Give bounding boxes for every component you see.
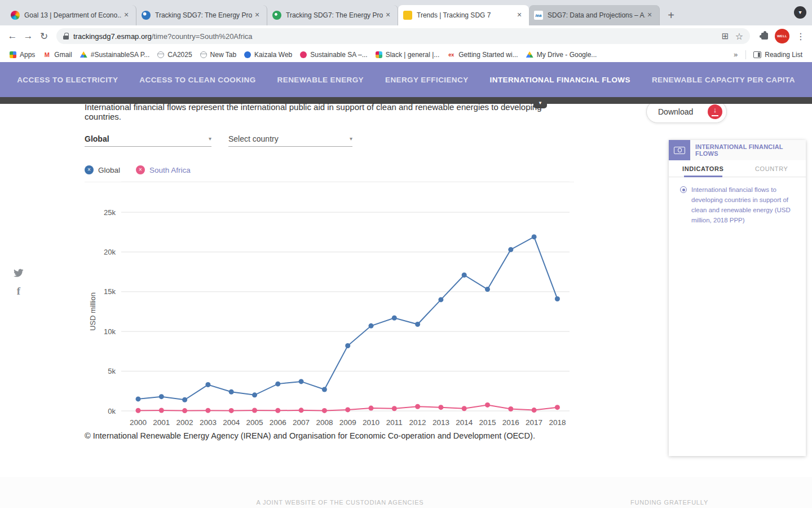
indicator-option[interactable]: International financial flows to develop…: [669, 177, 806, 225]
indicator-panel: INTERNATIONAL FINANCIAL FLOWS INDICATORS…: [669, 140, 806, 456]
bookmarks-overflow-icon[interactable]: »: [729, 50, 742, 59]
reading-list-label: Reading List: [765, 51, 802, 59]
browser-tab[interactable]: Tracking SDG7: The Energy Pro...×: [267, 5, 398, 25]
indicator-option-label: International financial flows to develop…: [691, 185, 799, 225]
region-dropdown[interactable]: Global ▾: [85, 131, 211, 147]
chip-remove-icon[interactable]: ×: [136, 165, 145, 174]
tab-close-icon[interactable]: ×: [253, 11, 262, 20]
browser-menu-icon[interactable]: ⋮: [796, 31, 805, 42]
bookmark-item[interactable]: Apps: [6, 50, 39, 60]
tab-close-icon[interactable]: ×: [383, 11, 392, 20]
ex-icon: ex: [447, 51, 455, 59]
facebook-icon[interactable]: f: [17, 285, 20, 297]
svg-text:2010: 2010: [363, 418, 379, 427]
bookmark-item[interactable]: CA2025: [153, 50, 196, 60]
svg-text:2007: 2007: [293, 418, 310, 427]
bookmark-item[interactable]: Kaizala Web: [240, 50, 296, 60]
chip-remove-icon[interactable]: ×: [85, 165, 94, 174]
bookmark-star-icon[interactable]: ☆: [735, 31, 743, 42]
indicator-panel-tabs: INDICATORS COUNTRY: [669, 160, 806, 177]
bookmarks-bar: AppsMGmail#SustainableSA P...CA2025New T…: [0, 47, 812, 62]
extensions-puzzle-icon[interactable]: [761, 33, 768, 40]
nav-item-access-to-clean-cooking[interactable]: ACCESS TO CLEAN COOKING: [139, 76, 255, 84]
kaizala-icon: [244, 51, 251, 58]
footer-custodian-text: A JOINT WEBSITE OF THE CUSTODIAN AGENCIE…: [257, 499, 424, 506]
bookmark-item[interactable]: exGetting Started wi...: [443, 50, 522, 60]
bookmark-item[interactable]: #SustainableSA P...: [76, 50, 154, 60]
tab-list: Goal 13 | Department of Econo...×Trackin…: [6, 5, 660, 25]
drive-icon: [526, 51, 533, 58]
iea-favicon: iea: [534, 11, 543, 20]
browser-tab[interactable]: Trends | Tracking SDG 7×: [398, 5, 529, 25]
svg-text:2009: 2009: [339, 418, 356, 427]
country-dropdown[interactable]: Select country ▾: [228, 131, 352, 147]
bookmark-item[interactable]: MGmail: [39, 50, 76, 60]
social-share-bar: f: [14, 269, 24, 297]
scroll-down-arrow-icon[interactable]: ▾: [533, 98, 547, 108]
series-chip: ×Global: [85, 165, 120, 174]
tab-close-icon[interactable]: ×: [122, 11, 131, 20]
nav-item-renewable-energy[interactable]: RENEWABLE ENERGY: [277, 76, 364, 84]
nav-item-renewable-capacity-per-capita[interactable]: RENEWABLE CAPACITY PER CAPITA: [652, 76, 795, 84]
series-chips: ×Global×South Africa: [85, 165, 191, 174]
apps-icon: [10, 51, 16, 58]
bookmark-items: AppsMGmail#SustainableSA P...CA2025New T…: [6, 50, 601, 60]
drive-icon: [80, 51, 87, 58]
new-tab-button[interactable]: +: [663, 7, 679, 23]
page-action-grid-icon[interactable]: ⊞: [722, 32, 730, 40]
tab-country[interactable]: COUNTRY: [738, 160, 806, 177]
svg-text:2016: 2016: [502, 418, 519, 427]
chip-label: Global: [98, 166, 120, 174]
download-icon: [708, 104, 722, 119]
bookmark-item[interactable]: Slack | general |...: [372, 50, 444, 60]
address-bar[interactable]: trackingsdg7.esmap.org/time?country=Sout…: [56, 28, 750, 44]
tab-close-icon[interactable]: ×: [645, 11, 654, 20]
svg-text:2004: 2004: [223, 418, 240, 427]
tab-indicators[interactable]: INDICATORS: [669, 160, 738, 177]
forward-icon[interactable]: →: [20, 28, 36, 44]
bookmark-label: CA2025: [167, 51, 192, 59]
site-main-nav: ACCESS TO ELECTRICITYACCESS TO CLEAN COO…: [0, 62, 812, 97]
indicator-panel-header: INTERNATIONAL FINANCIAL FLOWS: [669, 140, 806, 160]
download-button[interactable]: Download: [646, 100, 727, 123]
svg-text:2011: 2011: [386, 418, 403, 427]
bookmark-label: New Tab: [210, 51, 236, 59]
browser-tab[interactable]: ieaSDG7: Data and Projections – A...×: [529, 5, 660, 25]
profile-avatar[interactable]: WELL: [775, 29, 789, 43]
browser-tab[interactable]: Tracking SDG7: The Energy Pro...×: [136, 5, 267, 25]
svg-text:25k: 25k: [104, 208, 116, 217]
section-description: International financial flows represent …: [85, 102, 558, 121]
twitter-icon[interactable]: [14, 269, 24, 278]
bookmark-item[interactable]: New Tab: [196, 50, 240, 60]
tab-close-icon[interactable]: ×: [515, 11, 524, 20]
slack-icon: [376, 51, 382, 58]
region-dropdown-value: Global: [85, 134, 109, 143]
bookmark-item[interactable]: My Drive - Google...: [522, 50, 601, 60]
reload-icon[interactable]: ↻: [36, 28, 52, 44]
svg-text:20k: 20k: [104, 248, 116, 256]
reading-list-button[interactable]: Reading List: [749, 50, 806, 60]
browser-tab[interactable]: Goal 13 | Department of Econo...×: [6, 5, 136, 25]
svg-text:2013: 2013: [433, 418, 449, 427]
radio-selected-icon[interactable]: [680, 186, 687, 193]
svg-text:2005: 2005: [246, 418, 263, 427]
gmail-icon: M: [43, 51, 51, 59]
tab-title: Tracking SDG7: The Energy Pro...: [155, 11, 253, 19]
globe-icon: [157, 51, 164, 58]
nav-item-energy-efficiency[interactable]: ENERGY EFFICIENCY: [385, 76, 469, 84]
lock-icon: [63, 33, 69, 40]
svg-text:0k: 0k: [108, 407, 116, 415]
bookmark-label: Slack | general |...: [386, 51, 440, 59]
svg-text:2003: 2003: [200, 418, 217, 427]
tab-search-icon[interactable]: ▾: [794, 6, 806, 19]
chevron-down-icon: ▾: [350, 135, 352, 142]
nav-item-international-financial-flows[interactable]: INTERNATIONAL FINANCIAL FLOWS: [490, 76, 630, 84]
nav-item-access-to-electricity[interactable]: ACCESS TO ELECTRICITY: [17, 76, 118, 84]
svg-text:2015: 2015: [479, 418, 496, 427]
footer-funding-text: FUNDING GRATEFULLY: [630, 499, 708, 506]
globe-favicon: [142, 11, 151, 20]
green-globe-favicon: [272, 11, 281, 20]
tab-title: Tracking SDG7: The Energy Pro...: [286, 11, 383, 19]
bookmark-item[interactable]: Sustainable SA –...: [296, 50, 371, 60]
back-icon[interactable]: ←: [5, 28, 20, 44]
